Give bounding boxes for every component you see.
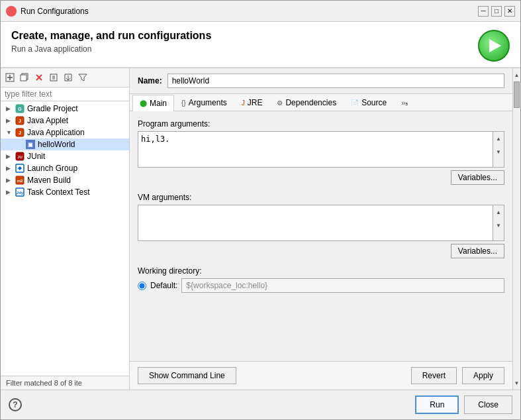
run-configurations-window: Run Configurations ─ □ ✕ Create, manage,… [0, 0, 521, 420]
tree-list: ▶ G Gradle Project ▶ J Java Applet ▼ [1, 101, 129, 376]
bottom-panel: Show Command Line Revert Apply [130, 361, 512, 390]
svg-rect-4 [21, 75, 26, 81]
svg-text:G: G [18, 107, 22, 111]
revert-button[interactable]: Revert [411, 367, 457, 384]
tree-label-java-applet: Java Applet [27, 116, 68, 125]
jre-tab-icon: J [242, 99, 245, 107]
close-window-button[interactable]: ✕ [504, 6, 515, 17]
tab-jre[interactable]: J JRE [234, 94, 270, 111]
filter-button[interactable] [76, 71, 89, 84]
working-dir-label: Working directory: [138, 266, 504, 276]
window-icon [6, 6, 17, 17]
tab-main[interactable]: ⬤ Main [132, 95, 174, 111]
show-command-line-button[interactable]: Show Command Line [138, 367, 236, 384]
scroll-bottom-button[interactable]: ▼ [512, 376, 521, 390]
tabs-row: ⬤ Main {} Arguments J JRE ⚙ Dependencies [130, 94, 512, 111]
expand-arrow-gradle: ▶ [6, 105, 13, 112]
run-config-button[interactable] [478, 30, 510, 62]
program-args-input[interactable]: hi,l3. [138, 131, 493, 168]
tab-main-label: Main [150, 99, 167, 108]
tree-item-java-applet[interactable]: ▶ J Java Applet [1, 115, 129, 127]
tree-item-hello-world[interactable]: ▣ helloWorld [1, 138, 129, 150]
program-args-label: Program arguments: [138, 119, 504, 129]
window-title: Run Configurations [21, 7, 89, 16]
tree-item-maven[interactable]: ▶ m2 Maven Build [1, 174, 129, 186]
tab-jre-label: JRE [248, 98, 263, 107]
vm-args-label: VM arguments: [138, 193, 504, 202]
default-radio[interactable] [138, 282, 146, 290]
program-args-vars-row: Variables... [138, 170, 504, 185]
program-args-section: Program arguments: hi,l3. ▲ ▼ Variables.… [138, 119, 504, 185]
name-label: Name: [138, 76, 162, 85]
scroll-up-vm[interactable]: ▲ [493, 205, 504, 219]
scrollbar-track[interactable] [513, 81, 520, 376]
scroll-down-program[interactable]: ▼ [493, 145, 504, 158]
import-button[interactable] [62, 71, 75, 84]
title-bar: Run Configurations ─ □ ✕ [1, 1, 520, 22]
java-app-icon: J [15, 128, 24, 137]
program-args-wrapper: hi,l3. ▲ ▼ [138, 131, 504, 168]
content-area: ▶ G Gradle Project ▶ J Java Applet ▼ [1, 68, 520, 390]
tree-item-launch-group[interactable]: ▶ Launch Group [1, 162, 129, 174]
title-controls: ─ □ ✕ [478, 6, 515, 17]
left-panel: ▶ G Gradle Project ▶ J Java Applet ▼ [1, 68, 130, 390]
apply-button[interactable]: Apply [462, 367, 504, 384]
tab-dep-label: Dependencies [285, 98, 336, 107]
footer: ? Run Close [1, 390, 520, 419]
scroll-up-program[interactable]: ▲ [493, 132, 504, 145]
tab-more[interactable]: »₃ [394, 95, 415, 111]
scroll-down-vm[interactable]: ▼ [493, 219, 504, 232]
tree-label-launch-group: Launch Group [27, 164, 77, 173]
tree-item-gradle[interactable]: ▶ G Gradle Project [1, 103, 129, 115]
expand-arrow-task: ▶ [6, 189, 13, 195]
scrollbar-thumb [514, 81, 520, 108]
name-input[interactable] [167, 74, 504, 88]
tab-source[interactable]: 📄 Source [344, 94, 394, 111]
right-content: Name: ⬤ Main {} Arguments J JRE [130, 68, 512, 390]
vm-args-scrollbar: ▲ ▼ [493, 205, 504, 241]
svg-text:J: J [19, 119, 21, 123]
default-radio-label: Default: [150, 281, 177, 290]
footer-buttons: Run Close [415, 395, 512, 414]
program-vars-button[interactable]: Variables... [451, 170, 504, 185]
filter-input[interactable] [1, 87, 129, 101]
tree-label-maven: Maven Build [27, 176, 71, 185]
tree-label-task-context: Task Context Test [27, 187, 90, 197]
expand-arrow-java-app: ▼ [6, 129, 13, 136]
close-button[interactable]: Close [464, 395, 512, 414]
right-panel-wrapper: Name: ⬤ Main {} Arguments J JRE [130, 68, 520, 390]
tree-label-java-app: Java Application [27, 128, 85, 137]
delete-button[interactable] [32, 71, 46, 84]
gradle-icon: G [15, 104, 24, 113]
working-dir-input[interactable] [181, 278, 504, 293]
tree-label-junit: JUnit [27, 152, 45, 161]
header-text: Create, manage, and run configurations R… [11, 30, 211, 54]
tree-label-gradle: Gradle Project [27, 104, 78, 113]
new-config-button[interactable] [3, 71, 17, 84]
tree-item-junit[interactable]: ▶ JU JUnit [1, 150, 129, 162]
hello-world-icon: ▣ [26, 140, 35, 149]
maximize-button[interactable]: □ [491, 6, 502, 17]
title-bar-left: Run Configurations [6, 6, 89, 17]
task-context-icon: Jdy [15, 187, 24, 197]
tab-args-label: Arguments [189, 98, 227, 107]
export-button[interactable] [47, 71, 60, 84]
tab-arguments[interactable]: {} Arguments [174, 94, 234, 111]
vm-vars-button[interactable]: Variables... [451, 244, 504, 258]
duplicate-button[interactable] [18, 71, 31, 84]
minimize-button[interactable]: ─ [478, 6, 489, 17]
header-title: Create, manage, and run configurations [11, 30, 211, 42]
help-button[interactable]: ? [9, 398, 22, 411]
expand-arrow-maven: ▶ [6, 177, 13, 184]
scroll-top-button[interactable]: ▲ [512, 68, 521, 81]
vm-args-input[interactable] [138, 205, 493, 241]
tab-src-label: Source [361, 98, 387, 107]
run-button[interactable]: Run [415, 395, 459, 414]
tree-item-java-app[interactable]: ▼ J Java Application [1, 127, 129, 138]
tab-dependencies[interactable]: ⚙ Dependencies [269, 94, 344, 111]
more-label: »₃ [401, 99, 408, 107]
left-toolbar [1, 68, 129, 87]
working-dir-default-row: Default: [138, 278, 504, 293]
tree-item-task-context[interactable]: ▶ Jdy Task Context Test [1, 186, 129, 198]
svg-text:m2: m2 [17, 179, 23, 183]
